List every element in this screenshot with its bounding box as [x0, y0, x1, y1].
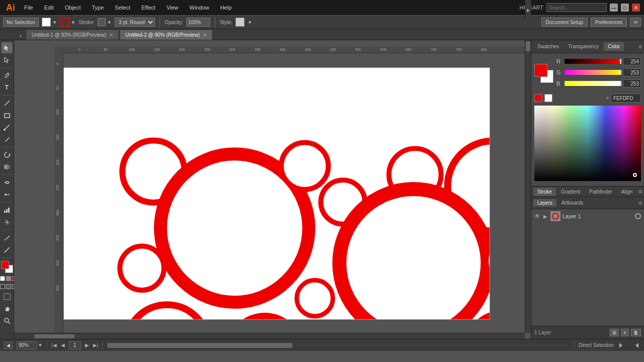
- eyedropper-tool[interactable]: [2, 232, 13, 243]
- tab-untitled-1[interactable]: Untitled-1 @ 93% (RGB/Preview) ✕: [26, 30, 119, 40]
- v-scrollbar[interactable]: [525, 40, 531, 333]
- direct-select-tool[interactable]: [2, 54, 13, 65]
- menu-view[interactable]: View: [163, 4, 183, 12]
- menu-edit[interactable]: Edit: [40, 4, 58, 12]
- g-value-input[interactable]: [623, 68, 641, 76]
- select-tool[interactable]: [2, 42, 13, 53]
- preview-mode-button[interactable]: [6, 284, 11, 289]
- shape-tool[interactable]: [2, 110, 13, 121]
- circle-5[interactable]: [297, 280, 333, 316]
- measure-tool[interactable]: [2, 244, 13, 255]
- line-tool[interactable]: [2, 98, 13, 109]
- b-value-input[interactable]: [623, 79, 641, 87]
- color-spectrum[interactable]: [534, 106, 641, 181]
- pathfinder-tab[interactable]: Pathfinder: [585, 188, 616, 196]
- close-button[interactable]: ✕: [632, 4, 640, 12]
- style-swatch[interactable]: [235, 18, 245, 27]
- circle-10[interactable]: [120, 246, 164, 291]
- reflect-tool[interactable]: [2, 161, 13, 172]
- layers-menu-button[interactable]: ≡: [638, 200, 642, 207]
- panel-menu-button[interactable]: ≡: [638, 43, 642, 50]
- g-slider-thumb[interactable]: [620, 70, 621, 75]
- h-scroll-container[interactable]: [107, 342, 570, 348]
- layer-arrow-icon[interactable]: ▶: [543, 214, 547, 219]
- h-scrollbar[interactable]: [14, 333, 525, 339]
- r-slider-track[interactable]: [565, 59, 621, 64]
- warp-tool[interactable]: [2, 177, 13, 188]
- menu-help[interactable]: Help: [216, 4, 236, 12]
- artboard-tool[interactable]: [2, 291, 13, 302]
- color-fill-button[interactable]: [6, 276, 11, 281]
- stroke-tab[interactable]: Stroke: [533, 188, 556, 196]
- mesh-tool[interactable]: [2, 217, 13, 228]
- preferences-button[interactable]: Preferences: [591, 18, 627, 27]
- document-setup-button[interactable]: Document Setup: [541, 18, 588, 27]
- b-slider-thumb[interactable]: [620, 81, 621, 86]
- layer-visibility-icon[interactable]: 👁: [534, 213, 540, 220]
- graph-tool[interactable]: [2, 205, 13, 216]
- layers-tab[interactable]: Layers: [533, 199, 556, 207]
- opacity-input[interactable]: [186, 18, 210, 27]
- layer-row[interactable]: 👁 ▶ Layer 1: [531, 209, 644, 223]
- artboards-tab[interactable]: Artboards: [557, 199, 587, 207]
- transparency-tab[interactable]: Transparency: [564, 42, 603, 51]
- nav-last-button[interactable]: ▶|: [93, 342, 99, 348]
- status-next-icon[interactable]: [618, 341, 626, 349]
- r-slider-thumb[interactable]: [620, 59, 621, 64]
- b-slider-track[interactable]: [565, 81, 621, 86]
- menu-select[interactable]: Select: [111, 4, 134, 12]
- zoom-input[interactable]: [17, 341, 37, 349]
- align-tab[interactable]: Align: [617, 188, 636, 196]
- r-value-input[interactable]: [623, 57, 641, 65]
- lower-panel-menu-button[interactable]: ≡: [638, 188, 642, 195]
- menu-window[interactable]: Window: [186, 4, 213, 12]
- nav-first-button[interactable]: |◀: [51, 342, 57, 348]
- page-input[interactable]: [69, 341, 81, 349]
- maximize-button[interactable]: □: [621, 4, 629, 12]
- red-swatch-small[interactable]: [534, 94, 542, 102]
- tab-1-close[interactable]: ✕: [109, 32, 113, 38]
- menu-type[interactable]: Type: [88, 4, 108, 12]
- v-scroll-thumb[interactable]: [526, 41, 530, 51]
- rotate-tool[interactable]: [2, 149, 13, 160]
- hex-input[interactable]: [611, 94, 641, 103]
- pen-tool[interactable]: [2, 70, 13, 81]
- circle-8[interactable]: [340, 189, 488, 319]
- canvas-area[interactable]: 0 50 100 150 200 250 300 350 400 450 500…: [14, 40, 531, 339]
- make-sublayer-button[interactable]: ⊞: [610, 329, 619, 336]
- stroke-width-select[interactable]: 3 pt. Round 1 pt. 2 pt. 5 pt.: [115, 18, 155, 27]
- white-swatch-small[interactable]: [544, 94, 552, 102]
- gradient-tab[interactable]: Gradient: [557, 188, 584, 196]
- bottom-scroll-thumb[interactable]: [107, 343, 292, 348]
- circle-12[interactable]: [228, 316, 300, 319]
- panel-collapse-button[interactable]: ▶: [525, 0, 531, 20]
- h-scroll-thumb[interactable]: [34, 334, 74, 338]
- tab-untitled-2[interactable]: Untitled-2 @ 90% (RGB/Preview) ✕: [120, 30, 212, 40]
- nav-prev-button[interactable]: ◀: [61, 342, 65, 348]
- status-prev-icon[interactable]: [632, 341, 640, 349]
- normal-mode-button[interactable]: [0, 284, 5, 289]
- menu-object[interactable]: Object: [61, 4, 85, 12]
- nav-next-button[interactable]: ▶: [85, 342, 89, 348]
- swatches-tab[interactable]: Swatches: [533, 42, 563, 51]
- stroke-swatch-2[interactable]: [98, 18, 106, 26]
- g-slider-track[interactable]: [565, 70, 621, 75]
- circle-3[interactable]: [281, 142, 329, 190]
- extra-options-button[interactable]: ≫: [630, 18, 641, 27]
- layer-target-icon[interactable]: [635, 213, 641, 219]
- pencil-tool[interactable]: [2, 134, 13, 145]
- fill-swatch[interactable]: [42, 18, 51, 27]
- stroke-preview[interactable]: [60, 18, 69, 27]
- menu-file[interactable]: File: [20, 4, 37, 12]
- scroll-left-button[interactable]: ‹: [15, 32, 26, 40]
- color-tab[interactable]: Color: [604, 42, 624, 51]
- none-fill-button[interactable]: [0, 276, 5, 281]
- paintbrush-tool[interactable]: [2, 122, 13, 133]
- blend-tool[interactable]: [2, 189, 13, 200]
- type-tool[interactable]: T: [2, 82, 13, 93]
- search-input[interactable]: [546, 3, 607, 12]
- delete-layer-button[interactable]: 🗑: [631, 329, 641, 336]
- zoom-tool[interactable]: [2, 315, 13, 326]
- circle-11[interactable]: [126, 305, 208, 319]
- foreground-color-chip[interactable]: [534, 64, 547, 77]
